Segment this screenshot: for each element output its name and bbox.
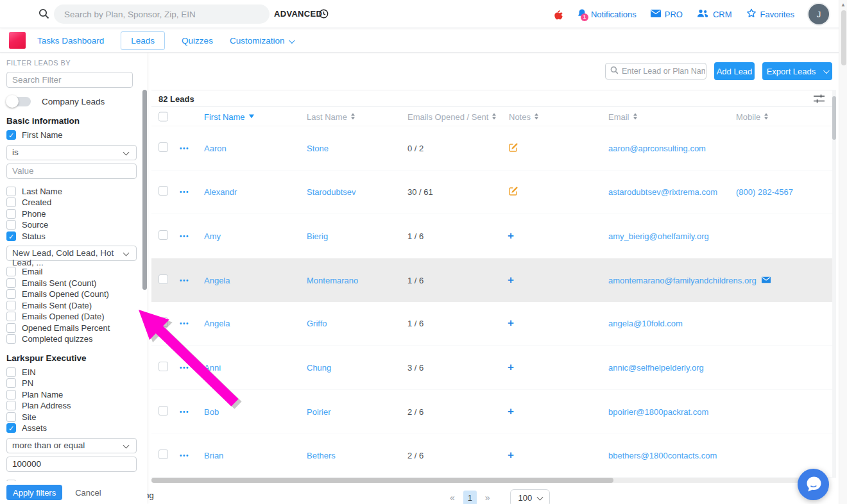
filter-checkbox-first-name[interactable]: ✓ First Name: [6, 130, 147, 141]
checkbox-icon[interactable]: [6, 390, 16, 399]
mobile-link[interactable]: (800) 282-4567: [736, 187, 793, 197]
table-vertical-scrollbar-track[interactable]: [832, 90, 836, 478]
last-name-link[interactable]: Chung: [307, 362, 331, 372]
advanced-search-button[interactable]: ADVANCED: [274, 9, 322, 19]
checkbox-icon[interactable]: [6, 278, 16, 288]
column-header-notes[interactable]: Notes: [509, 112, 538, 121]
history-clock-icon[interactable]: [319, 9, 329, 21]
email-link[interactable]: amy_bierig@ohelfamily.org: [608, 231, 709, 241]
sidebar-scrollbar[interactable]: [142, 90, 147, 290]
row-checkbox[interactable]: [158, 142, 168, 152]
add-note-button[interactable]: +: [508, 361, 514, 374]
checkbox-icon[interactable]: [6, 401, 16, 410]
prev-page-button[interactable]: «: [450, 492, 455, 503]
filter-checkbox-created[interactable]: Created: [6, 197, 147, 208]
last-name-link[interactable]: Montemarano: [307, 275, 358, 285]
page-scrollbar[interactable]: ▲: [839, 0, 847, 504]
row-actions-icon[interactable]: •••: [180, 276, 189, 283]
favorites-button[interactable]: Favorites: [746, 8, 794, 20]
column-header-first-name[interactable]: First Name: [204, 112, 254, 121]
filter-checkbox-pn[interactable]: PN: [6, 378, 147, 389]
chat-widget-button[interactable]: [798, 469, 829, 500]
filter-checkbox-last-name[interactable]: Last Name: [6, 186, 147, 197]
row-checkbox[interactable]: [158, 406, 168, 416]
add-note-button[interactable]: +: [508, 317, 514, 330]
status-value-select[interactable]: New Lead, Cold Lead, Hot Lead, ...: [6, 246, 137, 261]
table-vertical-scrollbar-thumb[interactable]: [832, 96, 836, 140]
email-link[interactable]: amontemarano@familyandchildrens.org: [608, 275, 757, 285]
cancel-button[interactable]: Cancel: [75, 488, 101, 498]
checkbox-checked-icon[interactable]: ✓: [6, 130, 16, 140]
row-checkbox[interactable]: [158, 449, 168, 459]
table-settings-sliders-icon[interactable]: [814, 94, 825, 106]
column-header-last-name[interactable]: Last Name: [307, 112, 355, 121]
filter-checkbox-assets[interactable]: ✓ Assets: [6, 423, 147, 434]
row-actions-icon[interactable]: •••: [180, 320, 189, 327]
filter-checkbox-emails-opened-date-[interactable]: Emails Opened (Date): [6, 311, 147, 323]
app-logo[interactable]: [9, 32, 26, 49]
global-search-input[interactable]: [54, 4, 270, 24]
first-name-link[interactable]: Amy: [204, 231, 221, 241]
filter-checkbox-completed-quizzes[interactable]: Completed quizzes: [6, 333, 147, 345]
tab-quizzes[interactable]: Quizzes: [182, 36, 213, 46]
row-actions-icon[interactable]: •••: [180, 233, 189, 240]
add-note-button[interactable]: +: [508, 230, 514, 242]
checkbox-icon[interactable]: [6, 323, 16, 333]
column-header-mobile[interactable]: Mobile: [736, 112, 768, 121]
last-name-link[interactable]: Stone: [307, 143, 329, 153]
filter-checkbox-plan-address[interactable]: Plan Address: [6, 400, 147, 412]
pro-button[interactable]: PRO: [651, 10, 683, 19]
email-link[interactable]: annic@selfhelpelderly.org: [608, 362, 704, 372]
email-link[interactable]: aaron@aprconsulting.com: [608, 143, 706, 153]
last-name-link[interactable]: Bethers: [307, 451, 336, 460]
row-actions-icon[interactable]: •••: [180, 364, 189, 371]
row-actions-icon[interactable]: •••: [180, 189, 189, 196]
filter-checkbox-site[interactable]: Site: [6, 412, 147, 423]
checkbox-checked-icon[interactable]: ✓: [6, 423, 16, 433]
first-name-link[interactable]: Angela: [204, 319, 230, 328]
last-name-link[interactable]: Griffo: [307, 319, 327, 328]
checkbox-icon[interactable]: [6, 301, 16, 310]
company-leads-toggle[interactable]: [6, 97, 31, 106]
checkbox-icon[interactable]: [6, 289, 16, 299]
apply-filters-button[interactable]: Apply filters: [6, 485, 62, 500]
row-checkbox[interactable]: [158, 230, 168, 240]
apple-icon[interactable]: [553, 9, 563, 20]
email-link[interactable]: bbethers@1800contacts.com: [608, 451, 717, 460]
page-scrollbar-thumb[interactable]: [841, 10, 846, 65]
checkbox-icon[interactable]: [6, 378, 16, 388]
crm-button[interactable]: CRM: [697, 9, 732, 20]
first-name-link[interactable]: Aaron: [204, 143, 227, 153]
tab-customization[interactable]: Customization: [230, 36, 294, 46]
row-checkbox[interactable]: [158, 317, 168, 327]
current-page-button[interactable]: 1: [463, 491, 477, 504]
first-name-value-input[interactable]: [6, 164, 137, 179]
filter-search-input[interactable]: [6, 72, 133, 88]
filter-checkbox-plan-name[interactable]: Plan Name: [6, 389, 147, 401]
add-note-button[interactable]: +: [508, 405, 514, 418]
checkbox-icon[interactable]: [6, 412, 16, 422]
row-actions-icon[interactable]: •••: [180, 408, 189, 415]
scroll-up-arrow-icon[interactable]: ▲: [841, 2, 846, 8]
filter-checkbox-emails-opened-count-[interactable]: Emails Opened (Count): [6, 289, 147, 300]
first-name-link[interactable]: Angela: [204, 275, 230, 285]
column-header-emails-opened-sent[interactable]: Emails Opened / Sent: [407, 112, 496, 121]
checkbox-icon[interactable]: [6, 220, 16, 230]
filter-checkbox-status[interactable]: ✓ Status: [6, 231, 147, 242]
row-checkbox[interactable]: [158, 186, 168, 196]
user-avatar[interactable]: J: [809, 4, 829, 24]
add-lead-button[interactable]: Add Lead: [714, 62, 755, 80]
filter-checkbox-emails-sent-count-[interactable]: Emails Sent (Count): [6, 278, 147, 289]
export-leads-button[interactable]: Export Leads: [762, 62, 832, 80]
email-link[interactable]: astarodubtsev@rixtrema.com: [608, 187, 717, 197]
filter-checkbox-ein[interactable]: EIN: [6, 367, 147, 378]
edit-note-icon[interactable]: [509, 186, 518, 197]
row-actions-icon[interactable]: •••: [180, 452, 189, 459]
notifications-button[interactable]: 1 Notifications: [577, 8, 637, 21]
checkbox-icon[interactable]: [6, 187, 16, 196]
first-name-operator-select[interactable]: is: [6, 145, 137, 160]
last-name-link[interactable]: Bierig: [307, 231, 328, 241]
row-checkbox[interactable]: [158, 274, 168, 284]
checkbox-icon[interactable]: [6, 312, 16, 321]
checkbox-icon[interactable]: [6, 209, 16, 219]
